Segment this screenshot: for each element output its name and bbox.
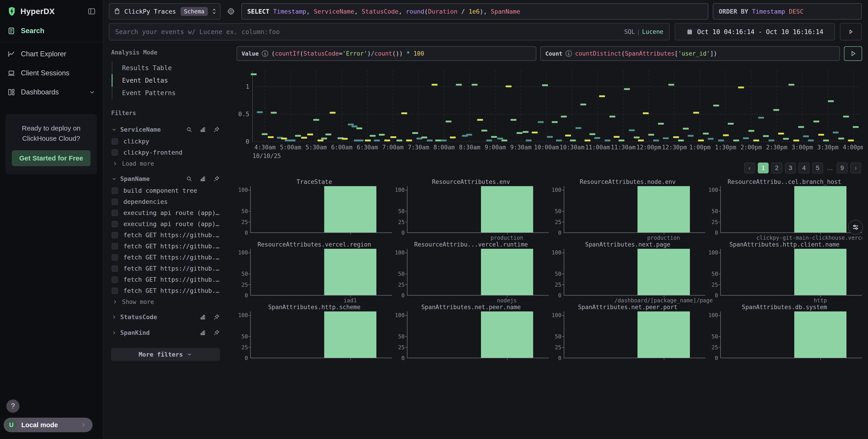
attribute-chart[interactable]: ResourceAttributes.node.env 02550100 pro… xyxy=(550,178,706,240)
pagination-next[interactable]: › xyxy=(850,163,861,173)
filter-group-header[interactable]: SpanKind xyxy=(111,325,220,339)
filter-option[interactable]: fetch GET https://github.… xyxy=(111,263,220,274)
filter-group-name[interactable]: SpanKind xyxy=(120,329,199,336)
analysis-mode-results-table[interactable]: Results Table xyxy=(111,62,220,74)
bar[interactable] xyxy=(638,186,690,232)
pagination-page-9[interactable]: 9 xyxy=(837,163,847,173)
run-analysis-button[interactable] xyxy=(844,46,862,61)
filter-checkbox[interactable] xyxy=(112,221,118,227)
gear-icon[interactable] xyxy=(225,5,237,17)
filter-more-link[interactable]: Load more xyxy=(111,158,220,169)
chart-icon[interactable] xyxy=(199,126,206,133)
chevron-down-icon[interactable] xyxy=(111,127,117,133)
analysis-mode-event-patterns[interactable]: Event Patterns xyxy=(111,87,220,99)
sidebar-item-dashboards[interactable]: Dashboards xyxy=(0,83,103,102)
pin-icon[interactable] xyxy=(213,314,220,321)
pagination-page-5[interactable]: 5 xyxy=(812,163,823,173)
attribute-chart[interactable]: SpanAttributes.next.page 02550100 /dashb… xyxy=(550,241,706,302)
chevron-right-icon[interactable] xyxy=(111,330,117,336)
bar[interactable] xyxy=(638,249,690,295)
bar[interactable] xyxy=(481,249,533,295)
search-icon[interactable] xyxy=(186,175,193,182)
source-select[interactable]: ClickPy Traces Schema xyxy=(109,3,220,20)
help-button[interactable]: ? xyxy=(6,400,20,413)
filter-group-name[interactable]: SpanName xyxy=(120,175,186,182)
mode-sql[interactable]: SQL xyxy=(624,28,635,35)
filter-option[interactable]: executing api route (app)… xyxy=(111,218,220,230)
sidebar-item-search[interactable]: Search xyxy=(0,21,103,40)
filter-option[interactable]: executing api route (app)… xyxy=(111,207,220,218)
filter-checkbox[interactable] xyxy=(112,149,118,156)
run-search-button[interactable] xyxy=(840,23,862,40)
attribute-chart[interactable]: SpanAttributes.net.peer.name 02550100 z5… xyxy=(393,304,549,360)
filter-checkbox[interactable] xyxy=(112,199,118,205)
filter-checkbox[interactable] xyxy=(112,210,118,216)
filter-group-name[interactable]: StatusCode xyxy=(120,314,199,321)
bar[interactable] xyxy=(481,312,533,358)
bar[interactable] xyxy=(481,186,533,232)
chart-settings-fab[interactable] xyxy=(848,220,863,235)
bar[interactable] xyxy=(324,312,376,358)
filter-option[interactable]: fetch GET https://github.… xyxy=(111,274,220,285)
filter-option[interactable]: clickpy xyxy=(111,136,220,147)
query-language-toggle[interactable]: SQL|Lucene xyxy=(624,28,663,35)
chevron-down-icon[interactable] xyxy=(111,176,117,182)
sql-select-input[interactable]: SELECT Timestamp, ServiceName, StatusCod… xyxy=(241,3,708,20)
attribute-chart[interactable]: SpanAttributes.http.client.name 02550100… xyxy=(707,241,862,302)
bar[interactable] xyxy=(324,186,376,232)
filter-checkbox[interactable] xyxy=(112,232,118,238)
bar[interactable] xyxy=(794,312,846,358)
bar[interactable] xyxy=(794,186,846,232)
count-expression-input[interactable]: Count i countDistinct(SpanAttributes['us… xyxy=(540,46,840,61)
value-expression-input[interactable]: Value i (countIf(StatusCode='Error')/cou… xyxy=(237,46,536,61)
filter-group-header[interactable]: ServiceName xyxy=(111,122,220,136)
bar[interactable] xyxy=(794,249,846,295)
filter-option[interactable]: fetch GET https://github.… xyxy=(111,252,220,263)
attribute-chart[interactable]: SpanAttributes.db.system 02550100 clickh… xyxy=(707,304,862,360)
filter-option[interactable]: fetch GET https://github.… xyxy=(111,230,220,241)
filter-option[interactable]: build component tree xyxy=(111,185,220,196)
sidebar-item-client-sessions[interactable]: Client Sessions xyxy=(0,64,103,83)
get-started-button[interactable]: Get Started for Free xyxy=(12,150,91,166)
order-by-input[interactable]: ORDER BY Timestamp DESC xyxy=(713,3,862,20)
user-menu[interactable]: U Local mode xyxy=(4,418,93,432)
filter-option[interactable]: clickpy-frontend xyxy=(111,147,220,158)
search-icon[interactable] xyxy=(186,126,193,133)
event-deltas-chart[interactable]: 4:30am5:00am5:30am6:00am6:30am7:00am7:30… xyxy=(237,69,862,160)
attribute-chart[interactable]: SpanAttributes.http.scheme 02550100 http… xyxy=(237,304,392,360)
search-input[interactable]: Search your events w/ Lucene ex. column:… xyxy=(109,23,670,40)
chart-icon[interactable] xyxy=(199,175,206,182)
chart-icon[interactable] xyxy=(199,314,206,321)
filter-checkbox[interactable] xyxy=(112,138,118,145)
filter-group-header[interactable]: StatusCode xyxy=(111,310,220,323)
filter-option[interactable]: fetch GET https://github.… xyxy=(111,285,220,296)
filter-checkbox[interactable] xyxy=(112,243,118,250)
attribute-chart[interactable]: SpanAttributes.net.peer.port 02550100 84… xyxy=(550,304,706,360)
pin-icon[interactable] xyxy=(213,126,220,133)
chevron-right-icon[interactable] xyxy=(111,314,117,320)
mode-lucene[interactable]: Lucene xyxy=(642,28,663,35)
analysis-mode-event-deltas[interactable]: Event Deltas xyxy=(111,74,220,87)
more-filters-button[interactable]: More filters xyxy=(111,348,220,361)
pagination-page-4[interactable]: 4 xyxy=(799,163,809,173)
filter-checkbox[interactable] xyxy=(112,276,118,283)
filter-group-name[interactable]: ServiceName xyxy=(120,126,186,133)
attribute-chart[interactable]: ResourceAttribu...vercel.runtime 0255010… xyxy=(393,241,549,302)
sidebar-collapse-icon[interactable] xyxy=(87,7,96,16)
filter-option[interactable]: fetch GET https://github.… xyxy=(111,241,220,252)
filter-checkbox[interactable] xyxy=(112,265,118,272)
filter-more-link[interactable]: Show more xyxy=(111,296,220,308)
filter-group-header[interactable]: SpanName xyxy=(111,172,220,185)
pagination-prev[interactable]: ‹ xyxy=(744,163,755,173)
filter-checkbox[interactable] xyxy=(112,187,118,194)
filter-checkbox[interactable] xyxy=(112,254,118,261)
sidebar-item-chart-explorer[interactable]: Chart Explorer xyxy=(0,45,103,64)
pagination-page-1[interactable]: 1 xyxy=(758,163,769,173)
pin-icon[interactable] xyxy=(213,175,220,182)
attribute-chart[interactable]: TraceState 02550100 xyxy=(237,178,392,240)
date-range-picker[interactable]: Oct 10 04:16:14 - Oct 10 16:16:14 xyxy=(675,23,835,40)
pagination-page-2[interactable]: 2 xyxy=(771,163,782,173)
bar[interactable] xyxy=(324,249,376,295)
filter-option[interactable]: dependencies xyxy=(111,196,220,207)
filter-checkbox[interactable] xyxy=(112,288,118,294)
